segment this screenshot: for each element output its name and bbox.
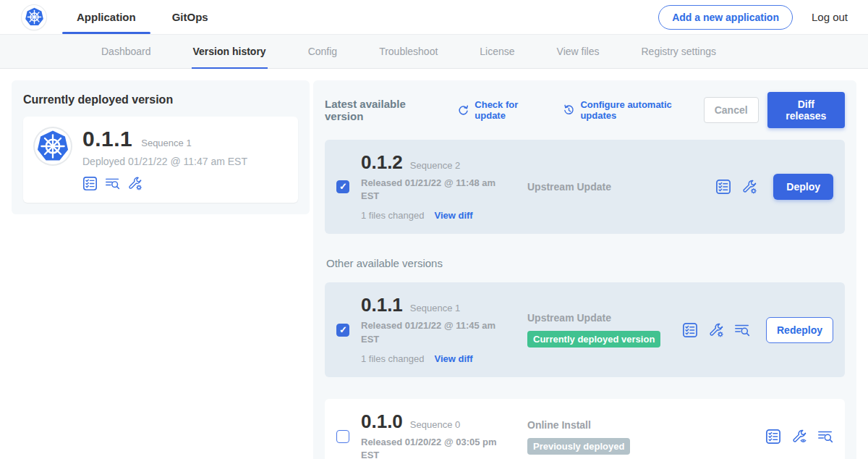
version-checkbox[interactable] <box>336 180 349 193</box>
version-row-0-1-0: 0.1.0 Sequence 0 Released 01/20/22 @ 03:… <box>325 399 845 459</box>
deploy-button[interactable]: Deploy <box>773 174 833 200</box>
tab-dashboard-label: Dashboard <box>101 46 151 57</box>
kubernetes-logo-icon <box>22 5 46 30</box>
files-changed-label: 1 files changed <box>361 210 424 221</box>
currently-deployed-card: 0.1.1 Sequence 1 Deployed 01/21/22 @ 11:… <box>23 117 298 203</box>
latest-version-title: Latest available version <box>325 98 441 122</box>
view-diff-link[interactable]: View diff <box>434 353 472 364</box>
sequence-label: Sequence 0 <box>410 419 460 430</box>
tab-application[interactable]: Application <box>74 0 139 34</box>
tab-view-files[interactable]: View files <box>556 35 601 68</box>
version-checkbox[interactable] <box>336 430 349 443</box>
check-for-update-link[interactable]: Check for update <box>457 99 547 121</box>
currently-deployed-badge: Currently deployed version <box>527 331 660 348</box>
tab-application-label: Application <box>77 11 136 23</box>
checklist-icon[interactable] <box>715 179 731 195</box>
top-nav-tabs: Application GitOps <box>74 0 242 34</box>
clock-refresh-icon <box>563 104 575 117</box>
top-nav: Application GitOps Add a new application… <box>0 0 868 35</box>
released-timestamp: Released 01/20/22 @ 03:05 pm EST <box>361 436 506 459</box>
tab-version-history-label: Version history <box>193 46 266 57</box>
redeploy-button[interactable]: Redeploy <box>766 317 833 343</box>
wrench-eye-icon[interactable] <box>791 429 807 445</box>
version-history-panel: Latest available version Check for updat… <box>313 80 856 459</box>
checklist-icon[interactable] <box>82 176 98 191</box>
tab-config[interactable]: Config <box>307 35 339 68</box>
logout-button[interactable]: Log out <box>812 11 848 23</box>
cancel-button[interactable]: Cancel <box>704 97 759 123</box>
tab-troubleshoot[interactable]: Troubleshoot <box>378 35 439 68</box>
tab-license-label: License <box>480 46 514 57</box>
files-changed-label: 1 files changed <box>361 353 424 364</box>
previously-deployed-badge: Previously deployed <box>527 438 630 455</box>
currently-deployed-title: Currently deployed version <box>23 93 298 106</box>
diff-releases-button[interactable]: Diff releases <box>767 92 845 128</box>
top-nav-right: Add a new application Log out <box>658 5 868 30</box>
deployed-timestamp: Deployed 01/21/22 @ 11:47 am EST <box>82 156 247 167</box>
tab-troubleshoot-label: Troubleshoot <box>379 46 438 57</box>
configure-automatic-updates-link[interactable]: Configure automatic updates <box>563 99 703 121</box>
release-notes-icon[interactable] <box>817 429 833 445</box>
version-number: 0.1.1 <box>361 295 403 314</box>
checklist-icon[interactable] <box>682 322 698 338</box>
release-notes-icon[interactable] <box>105 176 120 191</box>
kubernetes-app-icon <box>35 128 71 164</box>
other-versions-title: Other available versions <box>326 257 845 269</box>
view-diff-link[interactable]: View diff <box>434 210 472 221</box>
deployed-sequence-label: Sequence 1 <box>141 138 191 148</box>
deployed-version-number: 0.1.1 <box>82 128 132 150</box>
tab-dashboard[interactable]: Dashboard <box>100 35 153 68</box>
wrench-gear-icon[interactable] <box>741 179 757 195</box>
app-sub-nav: Dashboard Version history Config Trouble… <box>0 35 868 69</box>
version-row-0-1-2: 0.1.2 Sequence 2 Released 01/21/22 @ 11:… <box>325 140 845 234</box>
tab-config-label: Config <box>308 46 337 57</box>
tab-gitops-label: GitOps <box>172 11 208 23</box>
tab-license[interactable]: License <box>478 35 516 68</box>
version-source-label: Online Install <box>527 419 765 431</box>
tab-registry-settings-label: Registry settings <box>641 46 715 57</box>
version-number: 0.1.2 <box>361 153 403 172</box>
version-source-label: Upstream Update <box>527 312 682 324</box>
checklist-icon[interactable] <box>765 429 781 445</box>
version-source-label: Upstream Update <box>527 181 715 193</box>
wrench-gear-icon[interactable] <box>127 176 142 191</box>
check-for-update-label: Check for update <box>475 99 547 121</box>
released-timestamp: Released 01/21/22 @ 11:48 am EST <box>361 177 506 203</box>
released-timestamp: Released 01/21/22 @ 11:45 am EST <box>361 319 506 345</box>
sequence-label: Sequence 2 <box>410 160 460 171</box>
release-notes-icon[interactable] <box>734 322 750 338</box>
version-row-0-1-1: 0.1.1 Sequence 1 Released 01/21/22 @ 11:… <box>325 282 845 376</box>
tab-view-files-label: View files <box>557 46 600 57</box>
add-application-button[interactable]: Add a new application <box>658 5 793 30</box>
wrench-gear-icon[interactable] <box>708 322 724 338</box>
tab-version-history[interactable]: Version history <box>192 35 268 68</box>
refresh-icon <box>457 104 469 117</box>
configure-automatic-updates-label: Configure automatic updates <box>580 99 703 121</box>
tab-gitops[interactable]: GitOps <box>169 0 211 34</box>
latest-version-header: Latest available version Check for updat… <box>325 92 845 128</box>
main-content: Currently deployed version 0.1.1 Sequenc… <box>0 69 868 459</box>
sequence-label: Sequence 1 <box>410 303 460 313</box>
tab-registry-settings[interactable]: Registry settings <box>639 35 717 68</box>
currently-deployed-panel: Currently deployed version 0.1.1 Sequenc… <box>12 80 310 214</box>
version-number: 0.1.0 <box>361 412 403 431</box>
version-checkbox[interactable] <box>336 324 349 337</box>
